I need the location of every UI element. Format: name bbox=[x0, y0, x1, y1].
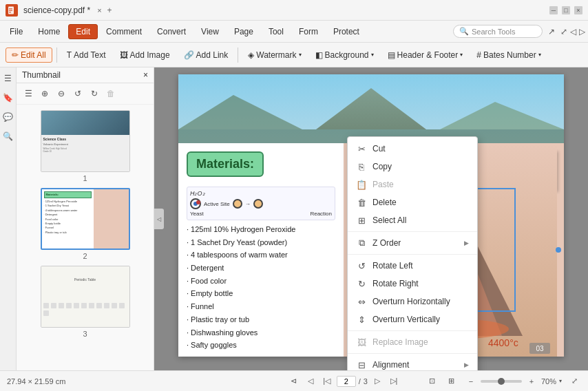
thumbnail-page-2[interactable]: Materials: · 125ml Hydrogen Peroxide · 1… bbox=[22, 188, 148, 260]
sidebar-comment-icon[interactable]: 💬 bbox=[1, 110, 15, 124]
add-link-icon: 🔗 bbox=[184, 50, 194, 60]
watermark-button[interactable]: ◈ Watermark ▾ bbox=[242, 48, 306, 62]
menu-protect[interactable]: Protect bbox=[326, 25, 366, 39]
svg-text:03: 03 bbox=[536, 345, 544, 352]
title-bar-left: science-copy.pdf * × + bbox=[6, 4, 112, 17]
forward-icon[interactable]: ▷ bbox=[579, 27, 585, 36]
toggle-panel-button[interactable]: ◁ bbox=[154, 209, 164, 229]
overturn-h-icon: ⇔ bbox=[356, 296, 367, 307]
material-item-4: · Detergent bbox=[187, 262, 335, 275]
thumbnail-page-num-2: 2 bbox=[83, 252, 87, 260]
zoom-out-button[interactable]: − bbox=[464, 374, 478, 388]
context-menu-cut[interactable]: ✂ Cut bbox=[348, 140, 477, 158]
paste-label: Paste bbox=[372, 180, 469, 189]
menu-file[interactable]: File bbox=[3, 25, 30, 39]
rotate-right-label: Rotate Right bbox=[372, 279, 469, 288]
thumbnail-tools: ☰ ⊕ ⊖ ↺ ↻ 🗑 bbox=[17, 83, 154, 105]
thumbnail-close-button[interactable]: × bbox=[143, 70, 148, 80]
context-menu-overturn-h[interactable]: ⇔ Overturn Horizontally bbox=[348, 293, 477, 310]
add-text-icon: T bbox=[67, 50, 72, 60]
nav-prev-page-button[interactable]: ⊲ bbox=[287, 374, 301, 388]
thumbnail-page-3[interactable]: Periodic Table 3 bbox=[22, 266, 148, 338]
search-placeholder: Search Tools bbox=[472, 28, 515, 36]
zoom-slider-thumb[interactable] bbox=[498, 378, 505, 385]
zoom-in-button[interactable]: + bbox=[525, 374, 538, 388]
sidebar-search-icon[interactable]: 🔍 bbox=[1, 129, 15, 143]
nav-last-button[interactable]: ▷| bbox=[387, 374, 401, 388]
menu-comment[interactable]: Comment bbox=[99, 25, 149, 39]
fit-page-button[interactable]: ⊡ bbox=[426, 374, 439, 388]
nav-first-button[interactable]: |◁ bbox=[320, 374, 334, 388]
thumbnail-zoom-in-icon[interactable]: ⊕ bbox=[37, 86, 52, 101]
tab-close-button[interactable]: × bbox=[97, 6, 101, 14]
fullscreen-button[interactable]: ⤢ bbox=[567, 374, 581, 388]
thumbnail-rotate-right-icon[interactable]: ↻ bbox=[87, 86, 102, 101]
share-icon[interactable]: ↗ bbox=[548, 27, 555, 36]
total-pages: 3 bbox=[364, 377, 368, 385]
background-button[interactable]: ◧ Background ▾ bbox=[310, 48, 379, 62]
new-tab-button[interactable]: + bbox=[107, 6, 112, 15]
menu-form[interactable]: Form bbox=[292, 25, 325, 39]
sidebar-bookmark-icon[interactable]: 🔖 bbox=[1, 91, 15, 105]
rotate-right-icon: ↻ bbox=[356, 278, 367, 289]
minimize-button[interactable]: ─ bbox=[549, 6, 558, 14]
material-item-8: · Plastic tray or tub bbox=[187, 313, 335, 326]
expand-icon[interactable]: ⤢ bbox=[560, 27, 567, 36]
toolbar-divider-1 bbox=[56, 47, 57, 63]
sidebar-panels-icon[interactable]: ☰ bbox=[1, 72, 15, 85]
menu-home[interactable]: Home bbox=[31, 25, 67, 39]
context-menu-divider-3 bbox=[348, 330, 477, 331]
add-link-button[interactable]: 🔗 Add Link bbox=[178, 48, 234, 62]
thumbnail-list-icon[interactable]: ☰ bbox=[21, 86, 36, 101]
alignment-arrow-icon: ▶ bbox=[464, 361, 469, 368]
svg-text:4400°c: 4400°c bbox=[488, 337, 518, 348]
add-text-button[interactable]: T Add Text bbox=[61, 48, 112, 62]
nav-next-button[interactable]: ▷ bbox=[370, 374, 384, 388]
current-page-input[interactable] bbox=[337, 376, 356, 387]
bates-number-button[interactable]: # Bates Number ▾ bbox=[471, 48, 546, 62]
watermark-label: Watermark bbox=[256, 50, 296, 60]
context-menu-rotate-right[interactable]: ↻ Rotate Right bbox=[348, 275, 477, 293]
overturn-h-label: Overturn Horizontally bbox=[372, 297, 469, 306]
overturn-v-icon: ⇕ bbox=[356, 314, 367, 325]
menu-edit[interactable]: Edit bbox=[68, 24, 98, 39]
zoom-slider[interactable] bbox=[481, 380, 522, 383]
document-title: science-copy.pdf * bbox=[23, 6, 90, 15]
zoom-dropdown-icon[interactable]: ▾ bbox=[559, 378, 562, 384]
delete-icon: 🗑 bbox=[356, 197, 367, 208]
edit-all-button[interactable]: ✏ Edit All bbox=[6, 47, 52, 63]
background-icon: ◧ bbox=[315, 50, 323, 60]
maximize-button[interactable]: □ bbox=[562, 6, 570, 14]
context-menu-select-all[interactable]: ⊞ Select All bbox=[348, 211, 477, 229]
thumbnail-page-num-3: 3 bbox=[83, 330, 87, 338]
thumbnail-img-2: Materials: · 125ml Hydrogen Peroxide · 1… bbox=[41, 188, 130, 250]
copy-icon: ⎘ bbox=[356, 161, 367, 172]
thumbnail-page-1[interactable]: Science Class Volcanic Experiment Willow… bbox=[22, 110, 148, 182]
back-icon[interactable]: ◁ bbox=[570, 27, 576, 36]
zoom-controls: − + 70% ▾ bbox=[464, 374, 562, 388]
select-all-label: Select All bbox=[372, 215, 469, 225]
context-menu-divider-4 bbox=[348, 353, 477, 354]
thumbnail-rotate-left-icon[interactable]: ↺ bbox=[70, 86, 85, 101]
nav-prev-button[interactable]: ◁ bbox=[304, 374, 317, 388]
context-menu-alignment[interactable]: ⊟ Alignment ▶ bbox=[348, 356, 477, 370]
context-menu-rotate-left[interactable]: ↺ Rotate Left bbox=[348, 257, 477, 275]
menu-page[interactable]: Page bbox=[227, 25, 260, 39]
material-item-10: · Safty goggles bbox=[187, 339, 335, 352]
fit-width-button[interactable]: ⊞ bbox=[445, 374, 459, 388]
menu-tool[interactable]: Tool bbox=[262, 25, 291, 39]
header-footer-button[interactable]: ▤ Header & Footer ▾ bbox=[382, 48, 469, 62]
context-menu-overturn-v[interactable]: ⇕ Overturn Vertically bbox=[348, 310, 477, 328]
context-menu-z-order[interactable]: ⧉ Z Order ▶ bbox=[348, 234, 477, 252]
z-order-arrow-icon: ▶ bbox=[464, 240, 469, 246]
pdf-area: ◁ bbox=[154, 67, 588, 370]
add-image-button[interactable]: 🖼 Add Image bbox=[114, 48, 176, 62]
window-close-button[interactable]: × bbox=[574, 6, 582, 14]
menu-view[interactable]: View bbox=[194, 25, 226, 39]
search-icon: 🔍 bbox=[459, 27, 469, 36]
menu-convert[interactable]: Convert bbox=[150, 25, 193, 39]
context-menu-copy[interactable]: ⎘ Copy bbox=[348, 158, 477, 176]
thumbnail-zoom-out-icon[interactable]: ⊖ bbox=[54, 86, 69, 101]
search-tools-box[interactable]: 🔍 Search Tools bbox=[453, 25, 543, 38]
context-menu-delete[interactable]: 🗑 Delete bbox=[348, 193, 477, 211]
